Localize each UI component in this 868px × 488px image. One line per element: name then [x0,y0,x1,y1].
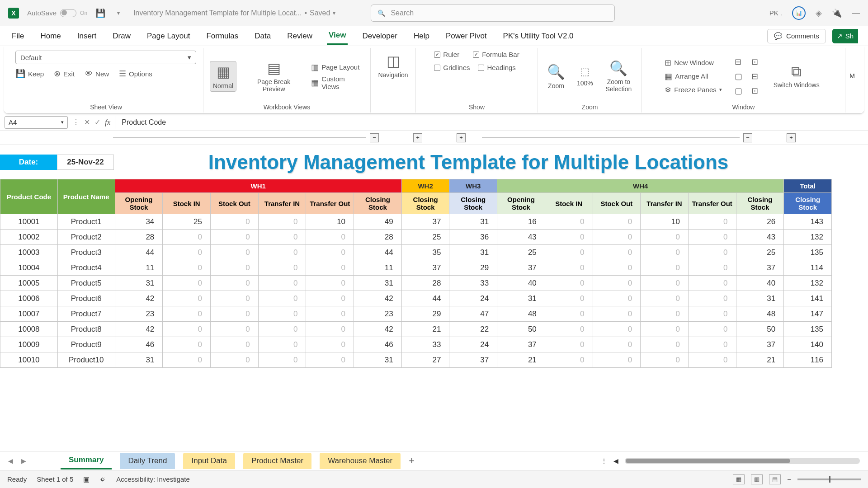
table-cell[interactable]: 0 [211,291,259,306]
table-cell[interactable]: 147 [784,306,832,322]
table-cell[interactable]: 0 [258,322,306,337]
table-cell[interactable]: 31 [354,352,402,368]
unhide-icon[interactable]: ▢ [735,86,742,96]
table-cell[interactable]: 0 [211,306,259,322]
toggle-icon[interactable] [60,9,76,17]
table-cell[interactable]: 21 [497,352,545,368]
table-cell[interactable]: 21 [736,352,784,368]
table-cell[interactable]: 0 [163,306,211,322]
zoom-selection-button[interactable]: 🔍Zoom to Selection [602,58,635,94]
ruler-checkbox[interactable]: Ruler [434,51,459,58]
tab-pk-utility[interactable]: PK's Utility Tool V2.0 [501,28,576,44]
table-cell[interactable]: 0 [306,230,354,245]
table-cell[interactable]: 132 [784,230,832,245]
horizontal-scrollbar[interactable] [625,458,860,464]
table-cell[interactable]: 0 [545,306,593,322]
status-accessibility[interactable]: Accessibility: Investigate [116,475,190,483]
record-macro-icon[interactable]: ▣ [83,475,90,483]
cancel-icon[interactable]: ✕ [84,118,90,127]
custom-views-button[interactable]: ▦Custom Views [311,75,364,90]
table-cell[interactable]: 34 [115,214,163,230]
table-cell[interactable]: 28 [401,276,449,291]
document-name[interactable]: Inventory Management Template for Multip… [133,9,335,17]
table-cell[interactable]: 43 [497,230,545,245]
table-cell[interactable]: 0 [545,352,593,368]
table-cell[interactable]: Product4 [57,260,115,276]
table-cell[interactable]: 0 [258,245,306,260]
table-cell[interactable]: 0 [306,291,354,306]
col-product-code[interactable]: Product Code [0,179,58,214]
table-cell[interactable]: 0 [593,306,641,322]
table-cell[interactable]: Product8 [57,322,115,337]
table-cell[interactable]: 0 [545,322,593,337]
table-cell[interactable]: 0 [593,352,641,368]
diamond-icon[interactable]: ◈ [816,8,822,18]
options-button[interactable]: ☰Options [119,69,152,79]
table-cell[interactable]: 140 [784,337,832,352]
table-cell[interactable]: 25 [401,230,449,245]
tab-page-layout[interactable]: Page Layout [145,28,192,44]
page-break-view-icon[interactable]: ▤ [769,474,781,484]
table-cell[interactable]: 0 [593,260,641,276]
sheet-tab-daily-trend[interactable]: Daily Trend [120,453,175,469]
table-cell[interactable]: 0 [641,230,689,245]
outline-expand-button[interactable]: + [787,133,796,142]
table-cell[interactable]: 0 [641,276,689,291]
table-cell[interactable]: 37 [497,337,545,352]
table-cell[interactable]: 0 [211,337,259,352]
table-cell[interactable]: Product9 [57,337,115,352]
scroll-left-icon[interactable]: ◀ [613,457,618,465]
table-cell[interactable]: 31 [115,276,163,291]
table-cell[interactable]: 0 [211,230,259,245]
table-cell[interactable]: 0 [545,230,593,245]
col-transfer-in[interactable]: Transfer IN [258,193,306,214]
table-cell[interactable]: 0 [688,337,736,352]
table-cell[interactable]: 10010 [0,352,58,368]
table-cell[interactable]: 0 [688,276,736,291]
table-cell[interactable]: 10003 [0,245,58,260]
col-wh2-closing[interactable]: Closing Stock [401,193,449,214]
table-cell[interactable]: Product6 [57,291,115,306]
user-name[interactable]: PK . [769,9,782,17]
table-cell[interactable]: 0 [306,322,354,337]
table-cell[interactable]: 0 [545,245,593,260]
arrange-all-button[interactable]: ▦Arrange All [665,71,722,81]
table-cell[interactable]: 43 [736,230,784,245]
col-total-closing[interactable]: Closing Stock [784,193,832,214]
table-cell[interactable]: 0 [163,322,211,337]
table-cell[interactable]: 0 [593,291,641,306]
table-cell[interactable]: 10009 [0,337,58,352]
table-cell[interactable]: 135 [784,245,832,260]
sheet-tab-product-master[interactable]: Product Master [243,453,311,469]
next-sheet-icon[interactable]: ▶ [21,457,26,465]
total-header[interactable]: Total [784,179,832,193]
navigation-button[interactable]: ◫ Navigation [375,51,410,80]
table-cell[interactable]: 0 [593,214,641,230]
table-cell[interactable]: 0 [641,322,689,337]
table-cell[interactable]: 21 [401,322,449,337]
table-cell[interactable]: 33 [401,337,449,352]
table-cell[interactable]: 0 [306,260,354,276]
table-cell[interactable]: 0 [306,306,354,322]
table-row[interactable]: 10005Product531000031283340000040132 [0,276,832,291]
table-cell[interactable]: 16 [497,214,545,230]
zoom-button[interactable]: 🔍Zoom [544,61,568,91]
reset-pos-icon[interactable]: ⊡ [751,86,758,96]
col-wh4-stock-out[interactable]: Stock Out [593,193,641,214]
table-row[interactable]: 10001Product134250010493731160010026143 [0,214,832,230]
col-closing[interactable]: Closing Stock [354,193,402,214]
table-cell[interactable]: 0 [688,260,736,276]
table-cell[interactable]: 31 [497,291,545,306]
table-cell[interactable]: 0 [545,337,593,352]
table-cell[interactable]: 0 [306,276,354,291]
table-cell[interactable]: 0 [593,230,641,245]
page-break-button[interactable]: ▤ Page Break Preview [243,58,305,94]
table-cell[interactable]: 0 [641,245,689,260]
table-cell[interactable]: 11 [354,260,402,276]
table-cell[interactable]: 0 [688,230,736,245]
table-cell[interactable]: 31 [736,291,784,306]
table-cell[interactable]: 0 [163,352,211,368]
table-cell[interactable]: 40 [736,276,784,291]
split-icon[interactable]: ⊟ [735,57,742,67]
table-cell[interactable]: 0 [593,276,641,291]
